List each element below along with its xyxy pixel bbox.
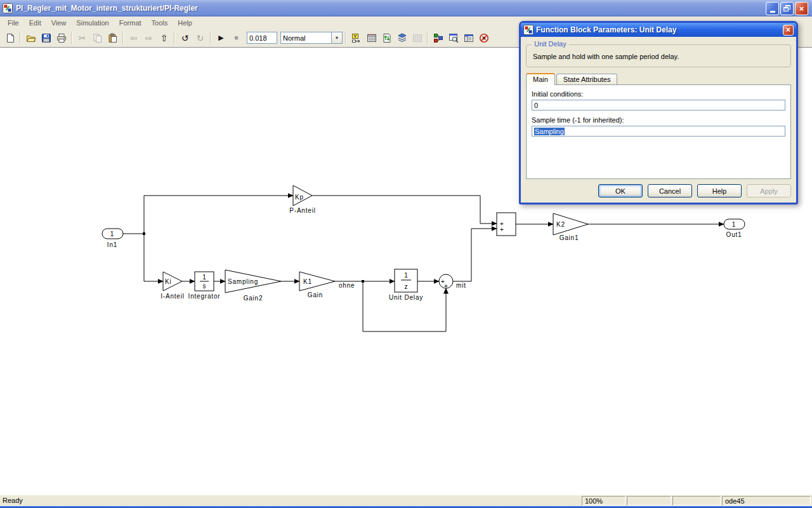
- simulink-icon: [523, 25, 534, 35]
- new-model-button[interactable]: [3, 30, 17, 45]
- dialog-close-button[interactable]: ×: [783, 25, 794, 36]
- menu-file[interactable]: File: [3, 18, 24, 28]
- restore-button[interactable]: [780, 2, 794, 15]
- model-browser-options-button[interactable]: [410, 30, 424, 45]
- simulation-stop-time-input[interactable]: [247, 32, 277, 44]
- toolbar-separator: [174, 32, 175, 44]
- block-gain[interactable]: K1 Gain: [299, 272, 335, 298]
- function-block-parameters-dialog: Function Block Parameters: Unit Delay × …: [519, 21, 798, 204]
- redo-button[interactable]: ↻: [193, 30, 207, 45]
- block-gain2[interactable]: Sampling Gain2: [225, 270, 281, 302]
- find-button[interactable]: [446, 30, 461, 45]
- back-button[interactable]: ⇦: [126, 30, 141, 45]
- cut-button[interactable]: ✂: [75, 30, 89, 45]
- solver-name: ode45: [722, 496, 811, 505]
- toolbar-separator: [345, 32, 346, 44]
- toolbar-separator: [20, 32, 21, 44]
- status-panel-empty-1: [627, 496, 671, 505]
- model-browser-button[interactable]: [364, 30, 379, 45]
- block-sum-rect[interactable]: + +: [497, 213, 516, 236]
- cancel-button[interactable]: Cancel: [648, 184, 692, 197]
- print-button[interactable]: [54, 30, 69, 45]
- zoom-level: 100%: [582, 496, 625, 505]
- toolbar-separator: [427, 32, 428, 44]
- initial-conditions-input[interactable]: 0: [532, 100, 785, 110]
- play-icon: ▶: [218, 34, 223, 41]
- svg-text:+: +: [500, 226, 504, 233]
- library-browser-button[interactable]: [431, 30, 445, 45]
- block-description-group: Unit Delay Sample and hold with one samp…: [526, 44, 791, 67]
- forward-button[interactable]: ⇨: [141, 30, 156, 45]
- paste-icon: [108, 33, 118, 43]
- new-file-icon: [5, 33, 15, 43]
- block-i-anteil[interactable]: Ki I-Anteil: [160, 272, 185, 300]
- signal-wires: [123, 196, 724, 331]
- dialog-titlebar[interactable]: Function Block Parameters: Unit Delay ×: [521, 23, 796, 37]
- svg-text:Kp: Kp: [295, 194, 304, 201]
- grid-icon: [367, 33, 377, 43]
- svg-text:1: 1: [404, 272, 408, 279]
- undo-button[interactable]: ↺: [178, 30, 192, 45]
- build-all-button[interactable]: [395, 30, 409, 45]
- svg-text:+: +: [444, 283, 448, 290]
- svg-text:Integrator: Integrator: [188, 293, 221, 300]
- undo-icon: ↺: [181, 34, 189, 43]
- tab-main[interactable]: Main: [526, 73, 555, 85]
- menu-edit[interactable]: Edit: [24, 18, 46, 28]
- svg-text:I-Anteil: I-Anteil: [160, 293, 185, 300]
- library-link-button[interactable]: [349, 30, 363, 45]
- stop-simulation-button[interactable]: ■: [229, 30, 244, 45]
- stop-icon: ■: [234, 34, 239, 41]
- model-explorer-button[interactable]: [461, 30, 476, 45]
- update-diagram-button[interactable]: [379, 30, 394, 45]
- svg-text:Unit Delay: Unit Delay: [389, 294, 423, 301]
- group-title: Unit Delay: [532, 40, 569, 48]
- dialog-tabs: Main State Attributes: [526, 73, 791, 84]
- statusbar: Ready 100% ode45: [0, 495, 812, 506]
- up-arrow-icon: ⇧: [160, 34, 168, 43]
- window-titlebar[interactable]: PI_Regler_mit_Motor_intern_strukturiert/…: [0, 0, 812, 17]
- close-button[interactable]: ×: [795, 2, 808, 15]
- copy-icon: [93, 33, 103, 43]
- ok-button[interactable]: OK: [598, 184, 643, 197]
- toolbar-separator: [210, 32, 211, 44]
- apply-button[interactable]: Apply: [747, 184, 791, 197]
- block-p-anteil[interactable]: Kp P-Anteil: [289, 185, 315, 214]
- minimize-button[interactable]: [766, 2, 779, 15]
- simulation-mode-combobox[interactable]: Normal ▼: [280, 32, 343, 44]
- sample-time-input[interactable]: Sampling: [532, 126, 785, 137]
- block-gain1[interactable]: K2 Gain1: [553, 213, 588, 241]
- debug-button[interactable]: [476, 30, 491, 45]
- start-simulation-button[interactable]: ▶: [214, 30, 228, 45]
- svg-text:Gain1: Gain1: [560, 234, 579, 241]
- svg-text:P-Anteil: P-Anteil: [289, 207, 315, 214]
- no-debug-icon: [479, 33, 489, 43]
- menu-view[interactable]: View: [46, 18, 72, 28]
- svg-text:K1: K1: [303, 278, 312, 285]
- redo-icon: ↻: [197, 34, 204, 43]
- copy-button[interactable]: [90, 30, 105, 45]
- up-button[interactable]: ⇧: [157, 30, 171, 45]
- menu-tools[interactable]: Tools: [147, 18, 173, 28]
- library-link-icon: [351, 33, 362, 43]
- block-unit-delay[interactable]: 1 z Unit Delay: [389, 269, 423, 301]
- window-magnifier-icon: [449, 33, 459, 43]
- menu-format[interactable]: Format: [114, 18, 147, 28]
- open-button[interactable]: [23, 30, 38, 45]
- help-button[interactable]: Help: [697, 184, 742, 197]
- dialog-buttons: OK Cancel Help Apply: [526, 184, 791, 197]
- svg-text:K2: K2: [556, 221, 565, 228]
- block-sum-circle[interactable]: + +: [439, 274, 453, 290]
- block-out1[interactable]: 1 Out1: [724, 219, 745, 238]
- svg-text:Sampling: Sampling: [228, 278, 258, 285]
- block-integrator[interactable]: 1 s Integrator: [188, 272, 221, 300]
- save-button[interactable]: [39, 30, 53, 45]
- initial-conditions-label: Initial conditions:: [532, 90, 785, 98]
- tab-state-attributes[interactable]: State Attributes: [556, 74, 618, 84]
- window-list-icon: [464, 33, 474, 43]
- menu-help[interactable]: Help: [173, 18, 197, 28]
- chevron-down-icon[interactable]: ▼: [331, 32, 342, 43]
- menu-simulation[interactable]: Simulation: [71, 18, 114, 28]
- paste-button[interactable]: [105, 30, 120, 45]
- block-in1[interactable]: 1 In1: [102, 229, 123, 248]
